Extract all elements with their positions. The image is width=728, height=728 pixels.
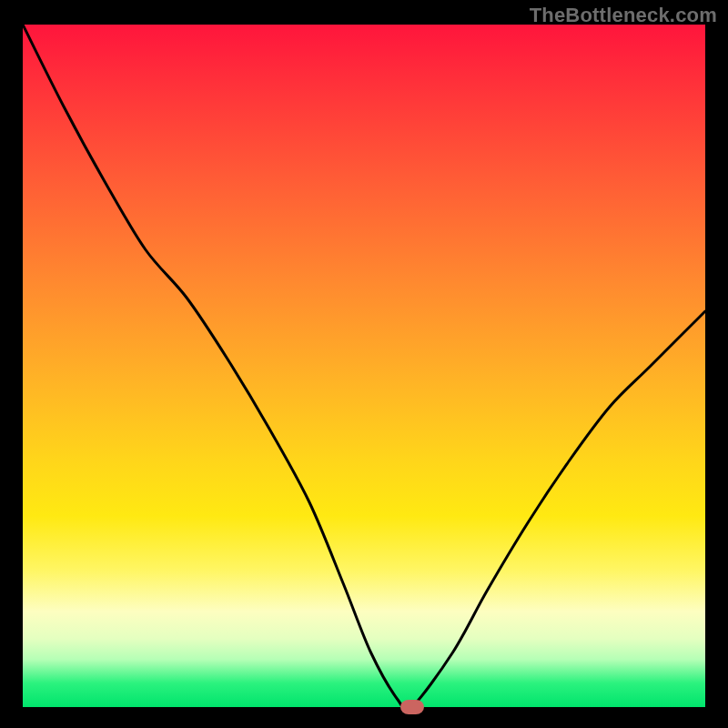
plot-area: [23, 25, 705, 707]
bottleneck-curve: [23, 25, 705, 707]
curve-svg: [23, 25, 705, 707]
watermark-text: TheBottleneck.com: [530, 4, 717, 27]
chart-frame: TheBottleneck.com: [0, 0, 728, 728]
optimal-point-marker: [400, 700, 424, 714]
